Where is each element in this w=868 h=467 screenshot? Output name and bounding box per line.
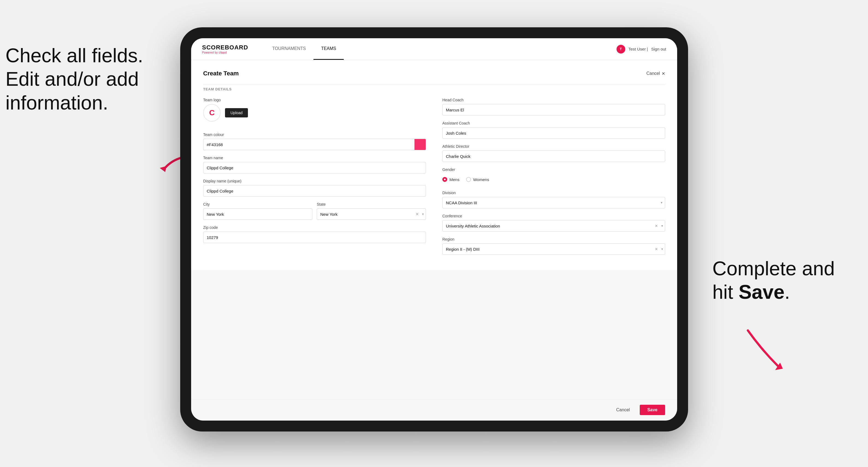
region-clear-icon[interactable]: ✕ [655, 247, 658, 251]
tab-tournaments[interactable]: TOURNAMENTS [265, 38, 313, 60]
form-footer: Cancel Save [191, 399, 677, 421]
gender-mens-label: Mens [450, 177, 460, 182]
gender-field: Gender Mens Womens [442, 167, 665, 185]
region-select-wrapper: Region II - (M) DIII ✕ ▾ [442, 243, 665, 255]
main-content: Create Team Cancel ✕ TEAM DETAILS Team l… [191, 60, 677, 399]
assistant-coach-input[interactable] [442, 127, 665, 139]
app-logo-sub: Powered by clippd [202, 51, 248, 54]
zip-label: Zip code [203, 225, 426, 230]
team-logo-field: Team logo C Upload [203, 98, 426, 127]
upload-button[interactable]: Upload [225, 108, 248, 118]
city-field: City [203, 202, 312, 220]
tablet-screen: SCOREBOARD Powered by clippd TOURNAMENTS… [191, 38, 677, 421]
cancel-top[interactable]: Cancel ✕ [646, 71, 665, 76]
region-field: Region Region II - (M) DIII ✕ ▾ [442, 237, 665, 255]
city-input[interactable] [203, 208, 312, 220]
state-clear-icon[interactable]: ✕ [415, 212, 419, 216]
team-colour-field: Team colour [203, 132, 426, 150]
cancel-button[interactable]: Cancel [611, 405, 636, 415]
division-select[interactable]: NCAA Division III [442, 197, 665, 208]
division-select-wrapper: NCAA Division III ▾ [442, 197, 665, 208]
team-name-label: Team name [203, 156, 426, 160]
head-coach-input[interactable] [442, 104, 665, 116]
instruction-line-1: Check all fields. [5, 44, 143, 66]
athletic-director-field: Athletic Director [442, 144, 665, 162]
save-button[interactable]: Save [640, 405, 665, 415]
womens-radio-dot [466, 177, 471, 182]
zip-field: Zip code [203, 225, 426, 243]
instruction-right-line1: Complete and [712, 257, 835, 279]
athletic-director-label: Athletic Director [442, 144, 665, 149]
head-coach-label: Head Coach [442, 98, 665, 102]
app-logo: SCOREBOARD Powered by clippd [202, 44, 248, 54]
gender-womens-option[interactable]: Womens [466, 177, 489, 182]
instruction-line-2: Edit and/or add [5, 68, 139, 90]
section-label: TEAM DETAILS [203, 85, 665, 91]
mens-radio-dot [442, 177, 447, 182]
head-coach-field: Head Coach [442, 98, 665, 116]
team-colour-input[interactable] [203, 139, 414, 150]
tab-teams[interactable]: TEAMS [313, 38, 344, 60]
sign-out-link[interactable]: Sign out [651, 47, 666, 51]
colour-input-row [203, 139, 426, 150]
zip-input[interactable] [203, 231, 426, 243]
state-select[interactable]: New York [317, 208, 426, 220]
svg-marker-0 [160, 166, 166, 172]
gender-label: Gender [442, 167, 665, 172]
conference-select[interactable]: University Athletic Association [442, 220, 665, 231]
state-field: State New York ✕ ▾ [317, 202, 426, 220]
athletic-director-input[interactable] [442, 151, 665, 162]
conference-select-wrapper: University Athletic Association ✕ ▾ [442, 220, 665, 231]
conference-label: Conference [442, 214, 665, 218]
assistant-coach-label: Assistant Coach [442, 121, 665, 125]
division-field: Division NCAA Division III ▾ [442, 191, 665, 208]
form-container: Create Team Cancel ✕ TEAM DETAILS Team l… [191, 60, 677, 270]
form-title: Create Team [203, 70, 239, 77]
conference-field: Conference University Athletic Associati… [442, 214, 665, 231]
navbar-right: T Test User | Sign out [617, 45, 666, 54]
navbar-tabs: TOURNAMENTS TEAMS [265, 38, 344, 60]
instruction-right-bold: Save [739, 281, 784, 303]
instruction-line-3: information. [5, 92, 108, 114]
logo-letter: C [209, 108, 215, 117]
city-state-row: City State New York ✕ ▾ [203, 202, 426, 220]
close-icon: ✕ [661, 71, 665, 76]
gender-row: Mens Womens [442, 174, 665, 185]
team-logo-label: Team logo [203, 98, 426, 102]
state-select-wrapper: New York ✕ ▾ [317, 208, 426, 220]
state-label: State [317, 202, 426, 207]
team-name-field: Team name [203, 156, 426, 174]
conference-clear-icon[interactable]: ✕ [655, 224, 658, 228]
cancel-top-label: Cancel [646, 71, 660, 76]
logo-circle: C [203, 104, 221, 122]
colour-swatch[interactable] [414, 139, 426, 150]
gender-womens-label: Womens [473, 177, 489, 182]
display-name-label: Display name (unique) [203, 179, 426, 183]
display-name-field: Display name (unique) [203, 179, 426, 197]
assistant-coach-field: Assistant Coach [442, 121, 665, 139]
form-left: Team logo C Upload Team colour [203, 98, 426, 260]
gender-mens-option[interactable]: Mens [442, 177, 460, 182]
city-label: City [203, 202, 312, 207]
navbar: SCOREBOARD Powered by clippd TOURNAMENTS… [191, 38, 677, 60]
user-label: Test User | [628, 47, 648, 51]
region-label: Region [442, 237, 665, 242]
app-logo-title: SCOREBOARD [202, 44, 248, 51]
instruction-left: Check all fields. Edit and/or add inform… [5, 44, 175, 115]
team-colour-label: Team colour [203, 132, 426, 137]
form-header: Create Team Cancel ✕ [203, 70, 665, 77]
arrow-right-icon [740, 328, 794, 371]
team-name-input[interactable] [203, 162, 426, 174]
form-grid: Team logo C Upload Team colour [203, 98, 665, 260]
display-name-input[interactable] [203, 185, 426, 197]
instruction-right-suffix: . [784, 281, 790, 303]
division-label: Division [442, 191, 665, 195]
logo-area: C Upload [203, 104, 426, 122]
instruction-right: Complete and hit Save. [712, 257, 860, 304]
region-select[interactable]: Region II - (M) DIII [442, 243, 665, 255]
form-right: Head Coach Assistant Coach Athletic Dire… [442, 98, 665, 260]
instruction-right-prefix: hit [712, 281, 739, 303]
avatar: T [617, 45, 625, 54]
tablet-frame: SCOREBOARD Powered by clippd TOURNAMENTS… [180, 27, 688, 432]
